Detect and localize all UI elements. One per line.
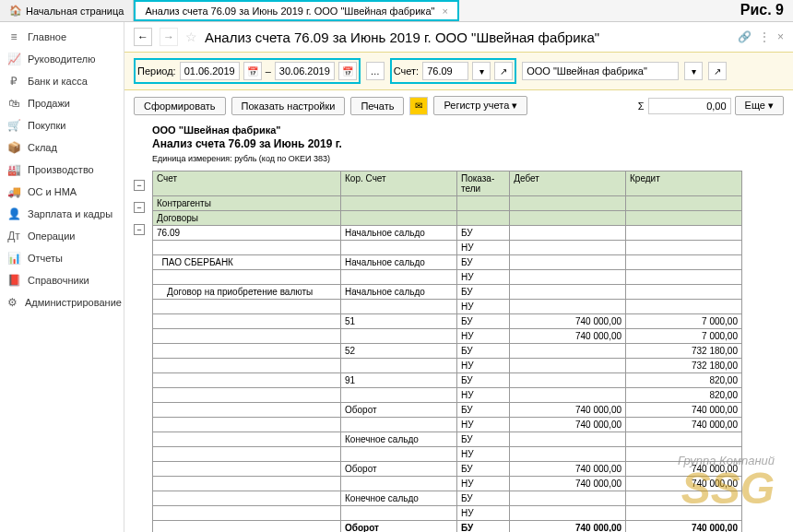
report-area[interactable]: − − − ООО "Швейная фабрика" Анализ счета… [124, 121, 793, 532]
cell-account [153, 359, 341, 373]
table-row[interactable]: ОборотБУ740 000,00740 000,00 [153, 403, 742, 418]
cell-ind: БУ [456, 285, 509, 300]
cell-ind: БУ [456, 491, 509, 506]
table-row[interactable]: 76.09Начальное сальдоБУ [153, 226, 742, 241]
table-row[interactable]: Конечное сальдоБУ [153, 491, 742, 506]
cell-debit: 740 000,00 [510, 521, 626, 533]
table-row[interactable]: 91БУ820,00 [153, 373, 742, 388]
collapse-toggle[interactable]: − [134, 202, 145, 213]
collapse-toggle[interactable]: − [134, 180, 145, 191]
sidebar-item[interactable]: 📈Руководителю [0, 48, 124, 70]
sidebar-item[interactable]: 🛍Продажи [0, 92, 124, 114]
account-input[interactable] [422, 62, 468, 80]
table-row[interactable]: НУ [153, 241, 742, 255]
tab-home[interactable]: 🏠 Начальная страница [0, 0, 134, 21]
cell-cor [341, 418, 457, 432]
table-row[interactable]: НУ740 000,007 000,00 [153, 329, 742, 344]
cell-ind: БУ [456, 432, 509, 447]
table-row[interactable]: 52БУ732 180,00 [153, 344, 742, 359]
sidebar-icon: 📈 [7, 53, 20, 65]
table-row[interactable]: ОборотБУ740 000,00740 000,00 [153, 462, 742, 477]
back-button[interactable]: ← [134, 28, 152, 46]
table-row[interactable]: 51БУ740 000,007 000,00 [153, 314, 742, 329]
close-icon[interactable]: × [777, 30, 784, 43]
sidebar-item[interactable]: ₽Банк и касса [0, 70, 124, 92]
forward-button[interactable]: → [160, 28, 178, 46]
period-picker-button[interactable]: … [366, 62, 385, 80]
sidebar-label: Операции [28, 231, 75, 242]
table-row[interactable]: НУ [153, 270, 742, 285]
cell-cor: Начальное сальдо [341, 255, 457, 270]
cell-ind: НУ [456, 270, 509, 285]
table-row[interactable]: Конечное сальдоБУ [153, 432, 742, 447]
table-row[interactable]: НУ [153, 300, 742, 314]
cell-debit: 740 000,00 [510, 314, 626, 329]
cell-ind: НУ [456, 418, 509, 432]
cell-credit [626, 447, 742, 462]
table-row[interactable]: НУ [153, 447, 742, 462]
open-icon[interactable]: ↗ [494, 62, 513, 80]
table-row[interactable]: НУ740 000,00740 000,00 [153, 418, 742, 432]
print-button[interactable]: Печать [350, 97, 404, 115]
settings-button[interactable]: Показать настройки [231, 97, 346, 115]
dropdown-icon[interactable]: ▾ [472, 62, 491, 80]
calendar-icon[interactable]: 📅 [243, 62, 262, 80]
page-title: Анализ счета 76.09 за Июнь 2019 г. ООО "… [205, 30, 599, 45]
cell-cor: Оборот [341, 462, 457, 477]
table-row[interactable]: НУ732 180,00 [153, 359, 742, 373]
report-unit: Единица измерения: рубль (код по ОКЕИ 38… [152, 154, 775, 163]
date-from-input[interactable] [180, 62, 240, 80]
date-to-input[interactable] [275, 62, 335, 80]
sidebar-item[interactable]: ⚙Администрирование [0, 291, 124, 313]
cell-credit [626, 255, 742, 270]
table-row[interactable]: НУ820,00 [153, 388, 742, 403]
star-icon[interactable]: ☆ [185, 30, 197, 44]
cell-ind: БУ [456, 226, 509, 241]
cell-credit: 740 000,00 [626, 521, 742, 533]
register-button[interactable]: Регистр учета ▾ [433, 96, 527, 115]
sidebar-item[interactable]: 🚚ОС и НМА [0, 181, 124, 203]
sidebar-item[interactable]: 📊Отчеты [0, 247, 124, 269]
cell-ind: НУ [456, 477, 509, 491]
link-icon[interactable]: 🔗 [738, 30, 752, 43]
sidebar-item[interactable]: 📦Склад [0, 136, 124, 159]
table-row[interactable]: НУ740 000,00740 000,00 [153, 477, 742, 491]
cell-credit: 740 000,00 [626, 418, 742, 432]
sum-input[interactable] [648, 98, 731, 114]
more-icon[interactable]: ⋮ [759, 30, 770, 43]
sidebar-label: Справочники [28, 275, 89, 286]
cell-credit: 732 180,00 [626, 359, 742, 373]
more-button[interactable]: Еще ▾ [735, 96, 784, 115]
period-box: Период: 📅 – 📅 [134, 58, 361, 84]
sidebar-item[interactable]: 👤Зарплата и кадры [0, 203, 124, 225]
table-row[interactable]: НУ [153, 506, 742, 521]
table-row[interactable]: Договор на приобретение валютыНачальное … [153, 285, 742, 300]
mail-icon[interactable]: ✉ [409, 97, 428, 115]
form-button[interactable]: Сформировать [134, 97, 226, 115]
dropdown-icon[interactable]: ▾ [684, 62, 703, 80]
sidebar-icon: 📊 [7, 252, 20, 265]
cell-credit [626, 226, 742, 241]
cell-ind: НУ [456, 447, 509, 462]
open-icon[interactable]: ↗ [708, 62, 727, 80]
table-row[interactable]: ПАО СБЕРБАНКНачальное сальдоБУ [153, 255, 742, 270]
close-icon[interactable]: × [442, 6, 447, 17]
cell-credit: 7 000,00 [626, 314, 742, 329]
calendar-icon[interactable]: 📅 [338, 62, 357, 80]
title-bar: ← → ☆ Анализ счета 76.09 за Июнь 2019 г.… [124, 22, 793, 52]
cell-cor: Оборот [341, 403, 457, 418]
cell-account [153, 447, 341, 462]
table-row[interactable]: ОборотБУ740 000,00740 000,00 [153, 521, 742, 533]
main-panel: ← → ☆ Анализ счета 76.09 за Июнь 2019 г.… [124, 22, 793, 532]
tab-active[interactable]: Анализ счета 76.09 за Июнь 2019 г. ООО "… [134, 0, 458, 21]
tab-label: Анализ счета 76.09 за Июнь 2019 г. ООО "… [145, 6, 434, 17]
sidebar-item[interactable]: 🛒Покупки [0, 114, 124, 136]
sidebar-item[interactable]: ≡Главное [0, 26, 124, 48]
sidebar-item[interactable]: ДтОперации [0, 225, 124, 247]
collapse-toggle[interactable]: − [134, 224, 145, 235]
cell-cor: Начальное сальдо [341, 226, 457, 241]
home-icon: 🏠 [9, 5, 22, 17]
sidebar-item[interactable]: 🏭Производство [0, 159, 124, 181]
org-input[interactable] [522, 62, 679, 80]
sidebar-item[interactable]: 📕Справочники [0, 269, 124, 291]
